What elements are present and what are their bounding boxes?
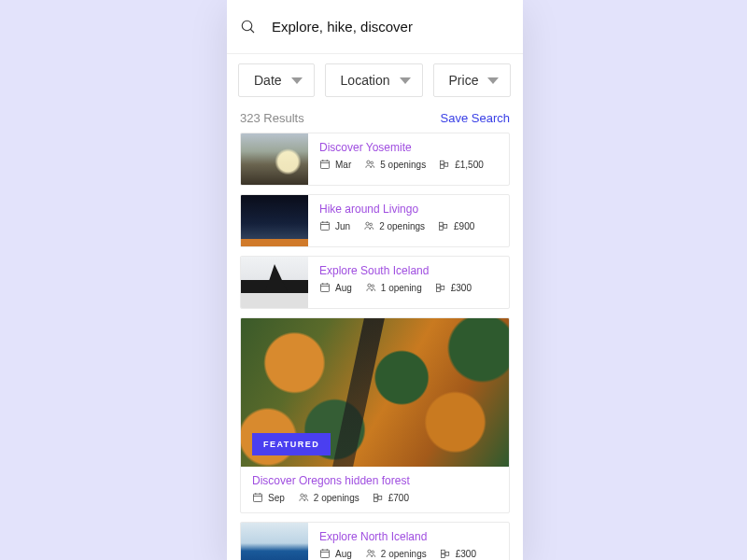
svg-rect-11: [321, 222, 330, 230]
svg-rect-19: [444, 225, 447, 229]
svg-point-42: [368, 550, 371, 553]
svg-point-15: [366, 222, 369, 225]
svg-point-7: [371, 161, 374, 164]
meta-row: Mar 5 openings £1,500: [319, 159, 484, 170]
meta-price: £700: [373, 492, 409, 503]
calendar-icon: [319, 220, 331, 231]
chevron-down-icon: [291, 77, 303, 84]
price-icon: [439, 159, 450, 170]
svg-point-16: [370, 223, 373, 226]
svg-rect-18: [440, 227, 444, 231]
svg-rect-29: [254, 494, 262, 501]
svg-rect-44: [441, 550, 444, 553]
card-body: Discover Oregons hidden forest Sep 2 ope…: [241, 467, 509, 512]
svg-rect-28: [441, 287, 444, 290]
svg-rect-8: [441, 161, 444, 164]
search-icon: [240, 19, 257, 35]
card-body: Hike around Livingo Jun 2 openings £900: [308, 195, 482, 246]
svg-point-34: [304, 495, 307, 497]
svg-point-43: [372, 551, 374, 553]
svg-rect-35: [374, 494, 377, 497]
meta-openings: 2 openings: [298, 492, 359, 503]
meta-openings: 2 openings: [365, 548, 427, 559]
meta-price: £900: [438, 220, 474, 231]
svg-rect-46: [445, 553, 449, 556]
svg-rect-9: [441, 165, 444, 169]
meta-openings: 1 opening: [365, 282, 422, 293]
filter-location[interactable]: Location: [325, 63, 423, 97]
price-icon: [373, 492, 384, 503]
meta-date: Jun: [319, 220, 350, 231]
card-thumbnail: [241, 257, 308, 308]
price-icon: [438, 220, 449, 231]
meta-price: £1,500: [439, 159, 484, 170]
svg-rect-37: [378, 497, 382, 500]
calendar-icon: [319, 548, 331, 559]
search-bar: [227, 0, 523, 54]
result-card[interactable]: Explore South Iceland Aug 1 opening £300: [240, 256, 510, 309]
svg-rect-38: [321, 550, 330, 557]
result-card[interactable]: Explore North Iceland Aug 2 openings £30…: [240, 522, 510, 560]
card-title: Discover Yosemite: [319, 141, 484, 154]
chevron-down-icon: [487, 77, 499, 84]
svg-point-33: [301, 494, 303, 497]
card-title: Hike around Livingo: [319, 203, 474, 216]
card-body: Discover Yosemite Mar 5 openings £1,500: [308, 133, 491, 185]
search-input[interactable]: [272, 19, 510, 35]
filter-price[interactable]: Price: [433, 63, 512, 97]
chevron-down-icon: [400, 77, 411, 84]
filter-date[interactable]: Date: [238, 63, 315, 97]
calendar-icon: [319, 159, 331, 170]
result-card[interactable]: Discover Yosemite Mar 5 openings £1,500: [240, 133, 510, 186]
meta-row: Aug 2 openings £300: [319, 548, 476, 559]
svg-point-0: [242, 21, 252, 31]
card-title: Explore South Iceland: [319, 264, 472, 277]
results-count: 323 Results: [240, 111, 304, 125]
people-icon: [363, 220, 374, 231]
card-body: Explore North Iceland Aug 2 openings £30…: [308, 523, 484, 560]
card-title: Explore North Iceland: [319, 530, 476, 543]
filter-label: Date: [254, 73, 282, 88]
filter-label: Price: [449, 73, 479, 88]
svg-rect-36: [374, 498, 377, 502]
price-icon: [435, 282, 446, 293]
meta-row: Jun 2 openings £900: [319, 220, 474, 231]
svg-point-25: [372, 285, 374, 287]
app-frame: Date Location Price 323 Results Save Sea…: [227, 0, 523, 560]
meta-row: Sep 2 openings £700: [252, 492, 498, 503]
card-body: Explore South Iceland Aug 1 opening £300: [308, 257, 479, 308]
card-title: Discover Oregons hidden forest: [252, 474, 498, 487]
meta-date: Mar: [319, 159, 351, 170]
meta-date: Aug: [319, 282, 352, 293]
card-thumbnail: [241, 195, 308, 246]
svg-rect-26: [436, 284, 440, 287]
people-icon: [365, 548, 376, 559]
meta-date: Aug: [319, 548, 352, 559]
meta-price: £300: [440, 548, 476, 559]
svg-point-6: [367, 161, 370, 163]
svg-line-1: [250, 29, 254, 33]
filter-row: Date Location Price: [227, 54, 523, 97]
meta-price: £300: [435, 282, 472, 293]
results-header: 323 Results Save Search: [227, 97, 523, 133]
svg-rect-2: [321, 161, 330, 168]
result-card[interactable]: Hike around Livingo Jun 2 openings £900: [240, 194, 510, 247]
svg-rect-20: [321, 284, 330, 291]
meta-date: Sep: [252, 492, 285, 503]
filter-label: Location: [341, 73, 390, 88]
card-thumbnail: [241, 523, 308, 560]
meta-openings: 5 openings: [364, 159, 426, 170]
people-icon: [364, 159, 375, 170]
featured-card[interactable]: FEATURED Discover Oregons hidden forest …: [240, 317, 510, 513]
svg-rect-10: [444, 163, 448, 167]
svg-rect-17: [440, 222, 444, 226]
featured-image: FEATURED: [241, 318, 509, 467]
results-list: Discover Yosemite Mar 5 openings £1,500: [227, 133, 523, 560]
people-icon: [298, 492, 309, 503]
svg-point-24: [368, 284, 371, 287]
calendar-icon: [319, 282, 331, 293]
svg-rect-45: [441, 554, 444, 558]
save-search-link[interactable]: Save Search: [441, 111, 510, 125]
meta-row: Aug 1 opening £300: [319, 282, 472, 293]
featured-badge: FEATURED: [252, 433, 331, 455]
